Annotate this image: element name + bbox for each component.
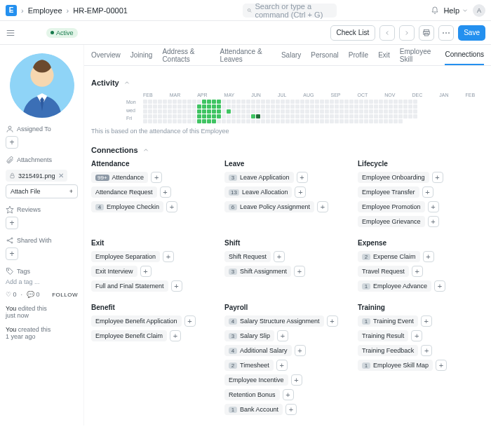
remove-attachment-button[interactable]: ✕: [58, 172, 64, 179]
add-connection-button[interactable]: +: [276, 360, 288, 371]
tab-personal[interactable]: Personal: [311, 45, 338, 65]
add-connection-button[interactable]: +: [283, 389, 294, 400]
add-connection-button[interactable]: +: [295, 186, 306, 198]
add-connection-button[interactable]: +: [434, 280, 445, 292]
add-connection-button[interactable]: +: [170, 330, 181, 341]
connection-link[interactable]: 1Bank Account: [224, 404, 283, 415]
connection-link[interactable]: Employee Promotion: [358, 201, 425, 212]
connection-link[interactable]: Employee Transfer: [358, 186, 419, 198]
tab-overview[interactable]: Overview: [91, 45, 121, 65]
connection-link[interactable]: Employee Grievance: [358, 216, 425, 227]
connection-link[interactable]: 4Salary Structure Assignment: [224, 315, 324, 327]
search-input[interactable]: Search or type a command (Ctrl + G): [243, 4, 337, 18]
like-button[interactable]: ♡ 0: [6, 291, 17, 298]
connections-heading[interactable]: Connections: [91, 146, 484, 154]
add-connection-button[interactable]: +: [432, 172, 443, 183]
connection-link[interactable]: Employee Benefit Claim: [91, 330, 167, 341]
user-avatar[interactable]: A: [473, 4, 485, 17]
connection-link[interactable]: 3Leave Application: [224, 172, 294, 183]
menu-icon[interactable]: [6, 28, 15, 38]
add-connection-button[interactable]: +: [412, 266, 423, 277]
add-connection-button[interactable]: +: [317, 201, 328, 212]
add-connection-button[interactable]: +: [294, 266, 305, 277]
add-connection-button[interactable]: +: [291, 374, 302, 386]
add-connection-button[interactable]: +: [327, 315, 338, 327]
add-connection-button[interactable]: +: [421, 315, 432, 327]
tab-salary[interactable]: Salary: [281, 45, 301, 65]
connection-link[interactable]: 1Employee Skill Map: [358, 360, 433, 371]
add-connection-button[interactable]: +: [297, 172, 308, 183]
save-button[interactable]: Save: [458, 25, 485, 41]
tab-address-contacts[interactable]: Address & Contacts: [162, 45, 210, 65]
connection-link[interactable]: 4Employee Checkin: [91, 201, 163, 212]
add-connection-button[interactable]: +: [285, 404, 297, 415]
connection-link[interactable]: Travel Request: [358, 266, 409, 277]
connection-link[interactable]: 13Leave Allocation: [224, 186, 292, 198]
connection-link[interactable]: 1Employee Advance: [358, 280, 431, 292]
comment-button[interactable]: 💬 0: [27, 291, 40, 298]
add-connection-button[interactable]: +: [428, 201, 439, 212]
tab-joining[interactable]: Joining: [130, 45, 153, 65]
add-connection-button[interactable]: +: [428, 216, 439, 227]
add-connection-button[interactable]: +: [171, 280, 182, 292]
app-logo[interactable]: E: [6, 5, 17, 16]
bell-icon[interactable]: [431, 6, 439, 15]
help-dropdown[interactable]: Help: [443, 6, 469, 15]
connection-link[interactable]: 3Salary Slip: [224, 330, 274, 341]
add-connection-button[interactable]: +: [423, 251, 434, 262]
connection-link[interactable]: Employee Separation: [91, 251, 160, 262]
add-connection-button[interactable]: +: [140, 266, 152, 277]
add-assignee-button[interactable]: +: [6, 136, 18, 149]
connection-link[interactable]: Shift Request: [224, 251, 271, 262]
follow-button[interactable]: FOLLOW: [52, 292, 78, 298]
connection-link[interactable]: Employee Benefit Application: [91, 315, 182, 327]
add-connection-button[interactable]: +: [277, 330, 288, 341]
connection-link[interactable]: 1Training Event: [358, 315, 418, 327]
add-connection-button[interactable]: +: [436, 360, 447, 371]
tab-exit[interactable]: Exit: [378, 45, 390, 65]
connection-link[interactable]: Retention Bonus: [224, 389, 280, 400]
connection-link[interactable]: Employee Onboarding: [358, 172, 429, 183]
connection-link[interactable]: 99+Attendance: [91, 172, 148, 183]
add-connection-button[interactable]: +: [295, 345, 306, 356]
next-button[interactable]: [399, 25, 415, 41]
add-connection-button[interactable]: +: [166, 201, 177, 212]
attach-file-button[interactable]: Attach File+: [6, 184, 78, 198]
add-connection-button[interactable]: +: [422, 186, 433, 198]
breadcrumb-employee[interactable]: Employee: [28, 6, 62, 15]
tab-attendance-leaves[interactable]: Attendance & Leaves: [220, 45, 271, 65]
checklist-button[interactable]: Check List: [330, 25, 376, 41]
prev-button[interactable]: [379, 25, 395, 41]
connection-link[interactable]: Training Result: [358, 330, 408, 341]
connection-link[interactable]: 2Timesheet: [224, 360, 274, 371]
more-button[interactable]: ⋯: [438, 25, 454, 41]
connection-link[interactable]: Full and Final Statement: [91, 280, 168, 292]
tab-connections[interactable]: Connections: [445, 45, 484, 65]
add-connection-button[interactable]: +: [163, 251, 174, 262]
connection-link[interactable]: Employee Incentive: [224, 374, 288, 386]
connection-link[interactable]: Attendance Request: [91, 186, 157, 198]
employee-avatar[interactable]: [10, 53, 74, 118]
add-connection-button[interactable]: +: [184, 315, 196, 327]
connection-link[interactable]: 4Additional Salary: [224, 345, 292, 356]
connection-link[interactable]: Training Feedback: [358, 345, 418, 356]
connection-link[interactable]: 3Shift Assignment: [224, 266, 291, 277]
add-connection-button[interactable]: +: [421, 345, 432, 356]
activity-heading[interactable]: Activity: [91, 79, 484, 87]
add-tag-input[interactable]: Add a tag ...: [6, 278, 78, 285]
tab-profile[interactable]: Profile: [349, 45, 368, 65]
add-review-button[interactable]: +: [6, 217, 18, 229]
tab-employee-skill[interactable]: Employee Skill: [400, 45, 436, 65]
add-share-button[interactable]: +: [6, 247, 18, 260]
print-button[interactable]: [419, 25, 434, 41]
attachment-chip[interactable]: 3215491.png✕: [6, 170, 67, 182]
add-connection-button[interactable]: +: [151, 172, 162, 183]
add-connection-button[interactable]: +: [274, 251, 285, 262]
connection-link[interactable]: 6Leave Policy Assignment: [224, 201, 314, 212]
add-connection-button[interactable]: +: [411, 330, 422, 341]
connection-link[interactable]: Exit Interview: [91, 266, 137, 277]
connection-label: Employee Onboarding: [362, 174, 425, 181]
connection-link[interactable]: 2Expense Claim: [358, 251, 420, 262]
breadcrumb-id[interactable]: HR-EMP-00001: [73, 6, 128, 15]
add-connection-button[interactable]: +: [160, 186, 171, 198]
